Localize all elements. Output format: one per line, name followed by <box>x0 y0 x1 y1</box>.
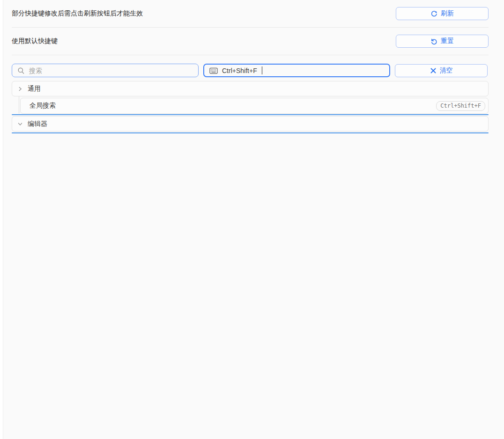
close-icon <box>430 67 437 74</box>
default-shortcuts-text: 使用默认快捷键 <box>12 37 58 45</box>
highlight-line-bottom <box>12 132 489 133</box>
tree-group-general-children: 全局搜索 Ctrl+Shift+F <box>12 96 489 114</box>
reset-button[interactable]: 重置 <box>396 35 489 48</box>
refresh-button[interactable]: 刷新 <box>396 7 489 20</box>
undo-icon <box>430 38 437 45</box>
chevron-right-icon[interactable] <box>17 86 23 92</box>
keyboard-icon <box>209 67 218 74</box>
default-shortcuts-row: 使用默认快捷键 重置 <box>12 28 489 55</box>
highlight-line <box>12 114 489 115</box>
refresh-button-label: 刷新 <box>441 9 454 18</box>
tree-group-general-label: 通用 <box>28 85 41 93</box>
shortcut-capture-box[interactable]: Ctrl+Shift+F <box>203 64 390 77</box>
tree-group-general[interactable]: 通用 <box>12 81 489 96</box>
reset-button-label: 重置 <box>441 37 454 45</box>
refresh-notice-row: 部分快捷键修改后需点击刷新按钮后才能生效 刷新 <box>12 0 489 28</box>
tree-item-global-search-label: 全局搜索 <box>30 102 56 110</box>
clear-button-label: 清空 <box>440 66 453 75</box>
shortcut-settings-panel: 部分快捷键修改后需点击刷新按钮后才能生效 刷新 使用默认快捷键 重置 <box>12 0 489 133</box>
filter-row: Ctrl+Shift+F 清空 <box>12 64 489 77</box>
search-input-box[interactable] <box>12 64 199 77</box>
tree-group-editor-label: 编辑器 <box>28 120 47 128</box>
shortcut-value: Ctrl+Shift+F <box>222 67 257 74</box>
refresh-notice-text: 部分快捷键修改后需点击刷新按钮后才能生效 <box>12 9 143 18</box>
text-caret <box>262 66 262 74</box>
chevron-down-icon[interactable] <box>17 121 23 127</box>
tree-group-editor[interactable]: 编辑器 <box>12 116 489 132</box>
indent-guide <box>19 96 19 114</box>
panel-left-edge <box>0 0 3 439</box>
search-input[interactable] <box>29 67 193 74</box>
shortcut-badge: Ctrl+Shift+F <box>436 101 485 111</box>
clear-button[interactable]: 清空 <box>395 64 488 77</box>
tree-item-global-search[interactable]: 全局搜索 Ctrl+Shift+F <box>20 98 489 114</box>
shortcut-tree: 通用 全局搜索 Ctrl+Shift+F 编辑器 <box>12 81 489 133</box>
refresh-icon <box>430 10 437 17</box>
search-icon <box>17 67 25 74</box>
